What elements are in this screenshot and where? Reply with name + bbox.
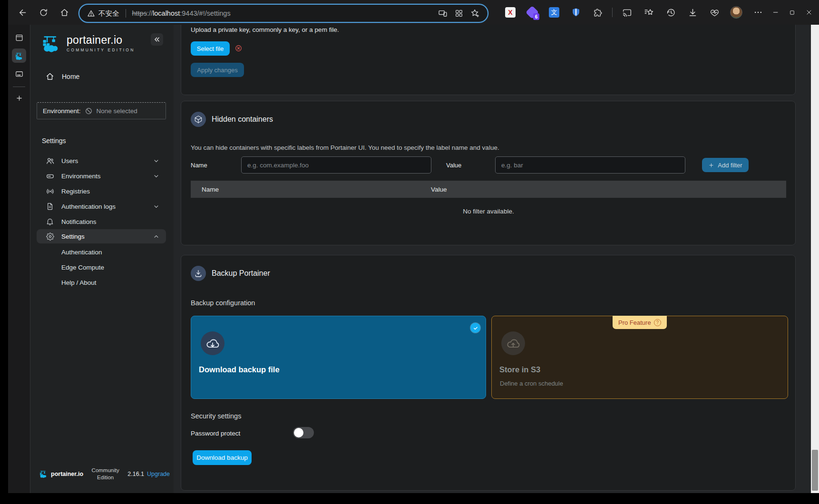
- sidebar-item-settings[interactable]: Settings: [37, 229, 166, 243]
- chevron-up-icon: [153, 233, 160, 240]
- ssl-hint: Upload a private key, commonly a key, or…: [191, 26, 339, 33]
- sidebar-subitem-authentication[interactable]: Authentication: [37, 245, 166, 259]
- sidebar-item-registries[interactable]: Registries: [37, 184, 166, 198]
- page-scrollbar[interactable]: [811, 25, 819, 493]
- add-filter-button[interactable]: Add filter: [702, 158, 749, 172]
- filter-name-label: Name: [191, 162, 207, 169]
- environments-label: Environments: [61, 173, 101, 180]
- history-icon[interactable]: [663, 5, 678, 20]
- toggle-knob: [294, 428, 303, 437]
- help-circle-icon: ?: [654, 319, 661, 326]
- notifications-icon: [45, 217, 55, 226]
- add-favorite-icon[interactable]: [470, 9, 480, 18]
- tab-actions-icon[interactable]: [12, 30, 26, 45]
- favorites-icon[interactable]: [641, 5, 656, 20]
- sidebar-item-authentication-logs[interactable]: Authentication logs: [37, 199, 166, 213]
- refresh-button[interactable]: [33, 3, 54, 21]
- main-content: Upload a private key, commonly a key, or…: [174, 25, 811, 493]
- maximize-button[interactable]: [784, 0, 800, 25]
- cloud-upload-icon: [501, 331, 525, 355]
- auth-logs-icon: [45, 202, 55, 211]
- sidebar-item-notifications[interactable]: Notifications: [37, 214, 166, 229]
- upgrade-link[interactable]: Upgrade: [147, 471, 170, 477]
- footer-edition-line1: Community: [92, 467, 119, 473]
- portainer-logo: portainer.io COMMUNITY EDITION: [41, 32, 135, 53]
- vertical-tab-strip: [8, 25, 30, 493]
- purple-extension-icon[interactable]: 6: [525, 5, 540, 20]
- download-backup-card[interactable]: Download backup file: [191, 316, 486, 399]
- s3-card-label: Store in S3: [499, 365, 540, 374]
- extension-toolbar: X 6 文: [503, 0, 766, 25]
- active-tab-portainer[interactable]: [12, 48, 26, 63]
- excel-extension-icon[interactable]: X: [503, 5, 518, 20]
- registries-icon: [45, 187, 55, 196]
- users-label: Users: [61, 157, 78, 165]
- password-protect-toggle[interactable]: [293, 427, 314, 438]
- footer-brand: portainer.io: [39, 469, 83, 478]
- environment-label: Environment:: [43, 107, 81, 115]
- window-controls: [767, 0, 817, 25]
- select-file-button[interactable]: Select file: [191, 41, 230, 56]
- help-about-label: Help / About: [61, 279, 97, 286]
- hidden-containers-header: Hidden containers: [191, 112, 273, 127]
- minimize-button[interactable]: [767, 0, 784, 25]
- settings-label: Settings: [61, 233, 85, 240]
- close-button[interactable]: [800, 0, 817, 25]
- chevron-down-icon: [153, 203, 160, 210]
- environment-selector[interactable]: Environment: None selected: [37, 102, 166, 119]
- more-menu-icon[interactable]: [751, 5, 766, 20]
- download-card-label: Download backup file: [199, 365, 280, 374]
- notifications-label: Notifications: [61, 218, 97, 225]
- footer-edition: Community Edition: [90, 467, 121, 481]
- ssl-widget: Upload a private key, commonly a key, or…: [181, 25, 796, 95]
- environments-icon: [45, 172, 55, 181]
- new-tab-button[interactable]: [12, 91, 26, 105]
- filter-name-input[interactable]: [241, 156, 431, 174]
- sidebar-item-environments[interactable]: Environments: [37, 169, 166, 183]
- brand-edition: COMMUNITY EDITION: [67, 48, 135, 52]
- download-tray-icon: [191, 266, 206, 281]
- pro-feature-label: Pro Feature: [618, 319, 651, 326]
- split-screen-icon[interactable]: [455, 9, 463, 18]
- sidebar-subitem-edge-compute[interactable]: Edge Compute: [37, 260, 166, 274]
- apply-changes-button[interactable]: Apply changes: [191, 63, 244, 77]
- filter-value-input[interactable]: [495, 156, 685, 174]
- filter-table-header: Name Value: [191, 181, 786, 198]
- browser-essentials-icon[interactable]: [707, 5, 722, 20]
- extensions-puzzle-icon[interactable]: [590, 5, 605, 20]
- other-tab[interactable]: [12, 67, 26, 81]
- sidebar-collapse-button[interactable]: [151, 33, 163, 46]
- column-header-value: Value: [431, 186, 447, 193]
- address-bar[interactable]: 不安全 https://localhost:9443/#!/settings: [78, 4, 488, 23]
- chevron-down-icon: [153, 157, 160, 165]
- empty-table-message: No filter available.: [191, 208, 786, 215]
- address-separator: [126, 9, 126, 18]
- sidebar-subitem-help-about[interactable]: Help / About: [37, 275, 166, 290]
- download-backup-button[interactable]: Download backup: [193, 450, 252, 465]
- pro-feature-badge: Pro Feature ?: [613, 316, 667, 329]
- add-filter-label: Add filter: [718, 162, 742, 169]
- cast-icon[interactable]: [619, 5, 634, 20]
- scrollbar-thumb[interactable]: [812, 450, 818, 491]
- brand-name: portainer.io: [67, 34, 135, 47]
- sidebar-item-users[interactable]: Users: [37, 154, 166, 168]
- backup-widget: Backup Portainer Backup configuration Do…: [181, 255, 796, 491]
- url-text: https://localhost:9443/#!/settings: [132, 10, 231, 17]
- footer-edition-line2: Edition: [97, 475, 114, 480]
- edge-compute-label: Edge Compute: [61, 264, 104, 271]
- password-protect-label: Password protect: [191, 430, 240, 437]
- s3-backup-card[interactable]: Pro Feature ? Store in S3 Define a cron …: [491, 316, 788, 399]
- site-security-warning[interactable]: 不安全: [87, 9, 119, 18]
- shield-extension-icon[interactable]: [568, 5, 584, 20]
- back-button[interactable]: [12, 3, 33, 21]
- toolbar-divider: [612, 8, 613, 17]
- profile-avatar[interactable]: [729, 5, 744, 20]
- no-environment-icon: [85, 107, 93, 115]
- cube-icon: [191, 112, 206, 127]
- send-to-device-icon[interactable]: [438, 9, 448, 18]
- sidebar-item-home[interactable]: Home: [37, 69, 166, 84]
- home-button[interactable]: [54, 3, 75, 21]
- translate-extension-icon[interactable]: 文: [546, 5, 562, 20]
- portainer-logo-icon: [41, 32, 62, 53]
- downloads-icon[interactable]: [685, 5, 700, 20]
